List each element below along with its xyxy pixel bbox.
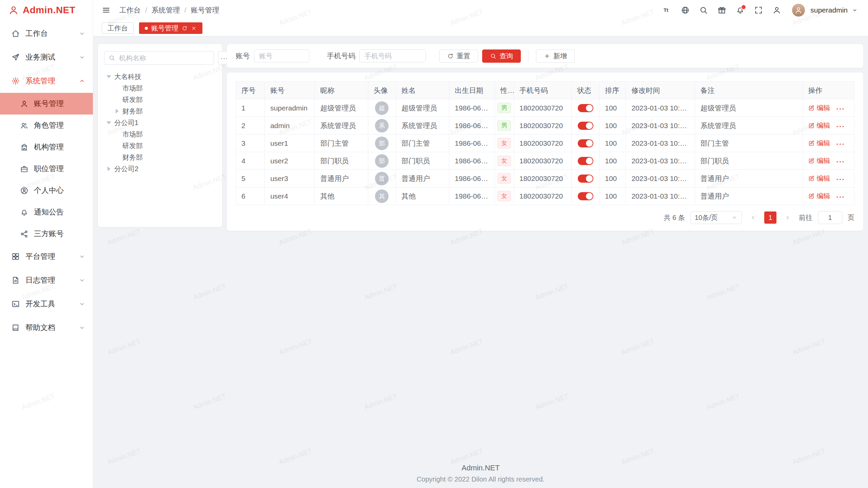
next-page-button[interactable] [782,212,793,223]
edit-button[interactable]: 编辑 [808,156,830,165]
sidebar-subitem[interactable]: 机构管理 [0,136,93,158]
tree-node[interactable]: 财务部 [104,151,216,163]
username[interactable]: superadmin [810,6,848,14]
logo[interactable]: Admin.NET [0,0,93,20]
tree-caret-down-icon[interactable] [106,75,111,78]
sidebar-subitem-label: 个人中心 [34,185,64,196]
tab-close-icon[interactable] [191,25,197,31]
sidebar-item[interactable]: 开发工具 [0,292,93,316]
search-icon[interactable] [699,6,708,15]
edit-button[interactable]: 编辑 [808,174,830,183]
row-more-button[interactable]: ··· [836,140,845,148]
breadcrumb-item[interactable]: 系统管理 [152,5,180,15]
page-1-button[interactable]: 1 [764,211,776,224]
cell-account: superadmin [265,99,315,117]
edit-button[interactable]: 编辑 [808,139,830,148]
row-more-button[interactable]: ··· [836,105,845,113]
status-toggle[interactable] [578,122,593,130]
footer-copyright: Copyright © 2022 Dilon All rights reserv… [93,475,868,483]
sidebar-subitem[interactable]: 职位管理 [0,158,93,180]
status-toggle[interactable] [578,192,593,200]
sidebar-item[interactable]: 工作台 [0,22,93,45]
avatar[interactable] [792,4,805,17]
account-input[interactable] [254,49,309,62]
status-toggle[interactable] [578,175,593,183]
tree-caret-down-icon[interactable] [106,121,111,124]
profile-icon[interactable] [772,6,781,15]
breadcrumb-item[interactable]: 账号管理 [191,5,219,15]
sidebar-subitem-label: 账号管理 [34,99,64,109]
tree-node[interactable]: 研发部 [104,94,216,105]
sidebar-subitem[interactable]: 三方账号 [0,223,93,245]
hamburger-icon[interactable] [102,6,111,15]
status-toggle[interactable] [578,104,593,112]
account-label: 账号 [236,51,250,61]
sidebar-item[interactable]: 日志管理 [0,268,93,292]
breadcrumb-item[interactable]: 工作台 [119,5,141,15]
edit-label: 编辑 [817,103,830,113]
tree-node[interactable]: 市场部 [104,128,216,140]
row-more-button[interactable]: ··· [836,176,845,183]
row-more-button[interactable]: ··· [836,193,845,201]
column-header: 出生日期 [449,82,495,99]
cell-birth: 1986-06-28 [449,99,495,117]
add-button[interactable]: 新增 [536,49,575,63]
sidebar-subitem-label: 机构管理 [34,142,64,152]
gender-badge: 女 [497,173,511,184]
tree-caret-right-icon[interactable] [107,166,111,171]
row-more-button[interactable]: ··· [836,158,845,165]
tree-node[interactable]: 研发部 [104,140,216,151]
search-button[interactable]: 查询 [482,49,521,63]
sidebar-subitem[interactable]: 账号管理 [0,93,93,115]
cell-birth: 1986-06-28 [449,135,495,152]
column-header: 备注 [695,82,803,99]
tree-node[interactable]: 市场部 [104,82,216,94]
status-toggle[interactable] [578,139,593,147]
tab-refresh-icon[interactable] [182,25,188,31]
theme-icon[interactable] [717,6,726,15]
sidebar-menu: 工作台业务测试系统管理账号管理角色管理机构管理职位管理个人中心通知公告三方账号平… [0,20,93,488]
edit-button[interactable]: 编辑 [808,103,830,113]
cell-time: 2023-01-03 10:59:44 [626,187,695,205]
column-header: 性别 [495,82,514,99]
goto-page-input[interactable] [818,211,842,224]
cell-time: 2023-01-03 10:59:44 [626,152,695,170]
sidebar-item[interactable]: 帮助文档 [0,316,93,340]
reset-button[interactable]: 重置 [439,49,478,63]
column-header: 账号 [265,82,315,99]
sidebar-subitem[interactable]: 个人中心 [0,180,93,201]
sidebar-item[interactable]: 系统管理 [0,69,93,93]
notification-button[interactable] [736,6,745,15]
tree-node[interactable]: 分公司1 [104,117,216,128]
row-more-button[interactable]: ··· [836,123,845,130]
sidebar-item[interactable]: 平台管理 [0,245,93,268]
tree-node[interactable]: 分公司2 [104,163,216,175]
sidebar-subitem[interactable]: 通知公告 [0,201,93,223]
cell-remark: 部门主管 [695,135,803,152]
grid-icon [11,252,20,261]
sidebar-item[interactable]: 业务测试 [0,45,93,69]
org-search-input[interactable] [118,54,210,62]
doc-icon [11,276,20,285]
tree-node[interactable]: 财务部 [104,105,216,117]
avatar: 部 [375,137,389,150]
edit-button[interactable]: 编辑 [808,191,830,201]
language-icon[interactable] [681,6,690,15]
cell-nickname: 超级管理员 [315,99,368,117]
tree-caret-right-icon[interactable] [116,109,119,114]
tree-node[interactable]: 大名科技 [104,71,216,82]
org-tree-panel: ··· 大名科技市场部研发部财务部分公司1市场部研发部财务部分公司2 [98,44,222,227]
gear-icon [11,77,20,85]
prev-page-button[interactable] [747,212,759,223]
phone-input[interactable] [359,49,426,62]
tab-2[interactable]: 账号管理 [139,22,202,34]
chevron-down-icon[interactable] [852,7,858,13]
page-size-select[interactable]: 10条/页 [690,211,742,224]
tab-1[interactable]: 工作台 [102,22,134,34]
query-panel: 账号 手机号码 重置 查询 [227,44,863,68]
font-size-icon[interactable]: Tt [663,6,671,15]
edit-button[interactable]: 编辑 [808,121,830,130]
sidebar-subitem[interactable]: 角色管理 [0,115,93,136]
status-toggle[interactable] [578,157,593,165]
fullscreen-icon[interactable] [754,6,763,15]
